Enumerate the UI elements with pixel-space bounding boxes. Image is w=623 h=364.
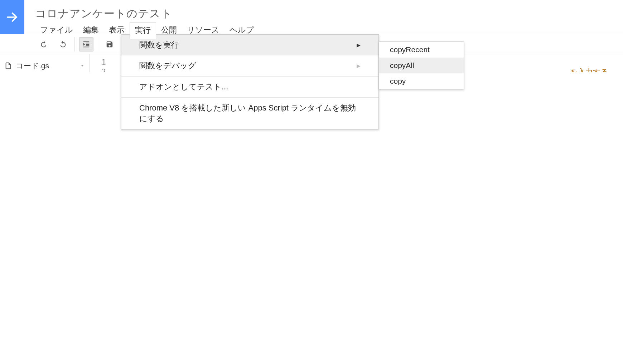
- undo-button[interactable]: [37, 37, 51, 51]
- chevron-right-icon: ▶: [357, 63, 361, 69]
- redo-icon: [59, 40, 67, 48]
- redo-button[interactable]: [56, 37, 70, 51]
- line-gutter: 1234567891011121314151617181920212223: [90, 58, 110, 72]
- indent-button[interactable]: [79, 37, 93, 51]
- trailing-comment-area: を入力する: [570, 58, 609, 72]
- save-button[interactable]: [102, 37, 117, 51]
- submenu-copyRecent[interactable]: copyRecent: [379, 42, 464, 58]
- submenu-copyAll[interactable]: copyAll: [379, 58, 464, 72]
- header-right: コロナアンケートのテスト ファイル 編集 表示 実行 公開 リソース ヘルプ: [24, 0, 623, 39]
- menu-debug-function[interactable]: 関数をデバッグ ▶: [121, 55, 378, 72]
- line-number: 2: [90, 67, 106, 72]
- file-icon: [4, 62, 12, 70]
- save-icon: [106, 40, 114, 48]
- undo-icon: [40, 40, 48, 48]
- project-title[interactable]: コロナアンケートのテスト: [35, 6, 623, 21]
- line-number: 1: [90, 58, 106, 67]
- run-function-submenu: copyRecent copyAll copy: [379, 41, 464, 72]
- run-menu-dropdown: 関数を実行 ▶ 関数をデバッグ ▶ アドオンとしてテスト... Chrome V…: [121, 34, 379, 72]
- indent-icon: [82, 40, 90, 48]
- arrow-right-icon: [4, 9, 20, 25]
- chevron-right-icon: ▶: [357, 42, 361, 48]
- file-item[interactable]: コード.gs: [0, 59, 89, 72]
- caret-down-icon: [80, 63, 85, 68]
- menu-run-function[interactable]: 関数を実行 ▶: [121, 35, 378, 55]
- file-name: コード.gs: [16, 61, 49, 71]
- sidebar: コード.gs: [0, 54, 90, 72]
- header: コロナアンケートのテスト ファイル 編集 表示 実行 公開 リソース ヘルプ: [0, 0, 623, 34]
- menu-run[interactable]: 実行: [130, 23, 156, 39]
- apps-script-logo: [0, 0, 24, 34]
